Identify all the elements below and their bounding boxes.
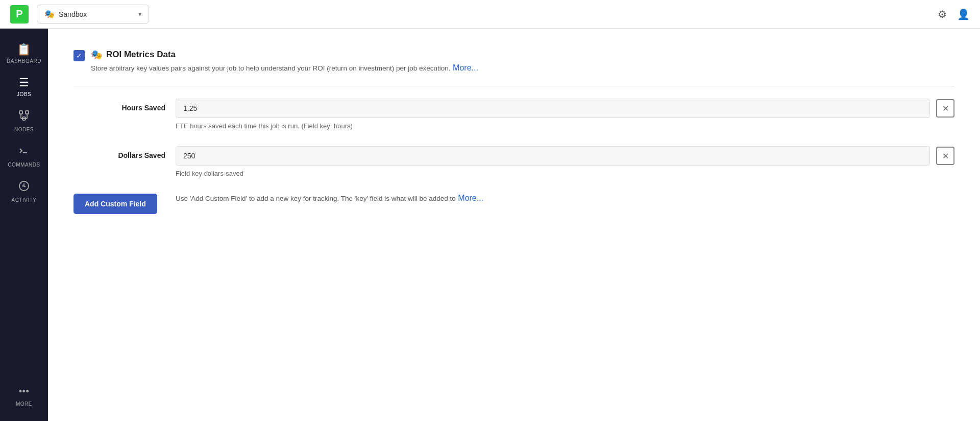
sidebar-item-commands[interactable]: COMMANDS: [0, 138, 48, 174]
sidebar-item-dashboard[interactable]: 📋 DASHBOARD: [0, 37, 48, 70]
roi-section-icon: 🎭: [91, 49, 102, 60]
divider-1: [74, 86, 954, 86]
dollars-saved-clear-button[interactable]: ✕: [936, 147, 954, 165]
settings-icon[interactable]: ⚙: [938, 8, 947, 20]
logo-text: P: [16, 8, 22, 20]
header-right: ⚙ 👤: [938, 8, 970, 20]
dollars-saved-field-row: Dollars Saved ✕ Field key dollars-saved: [74, 146, 954, 177]
roi-title: ROI Metrics Data: [106, 50, 176, 60]
add-custom-field-button[interactable]: Add Custom Field: [74, 194, 157, 214]
svg-rect-1: [26, 111, 29, 114]
dollars-saved-input-col: ✕ Field key dollars-saved: [176, 146, 954, 177]
more-dots-icon: •••: [19, 386, 29, 397]
top-header: P 🎭 Sandbox ▾ ⚙ 👤: [0, 0, 980, 29]
user-icon[interactable]: 👤: [957, 8, 970, 20]
sidebar-item-label-activity: ACTIVITY: [11, 197, 36, 203]
sidebar-item-label-nodes: NODES: [14, 127, 34, 132]
dollars-saved-label: Dollars Saved: [74, 146, 165, 159]
dollars-saved-hint: Field key dollars-saved: [176, 170, 954, 177]
sidebar-item-more[interactable]: ••• MORE: [0, 380, 48, 413]
roi-checkbox[interactable]: ✓: [74, 50, 85, 61]
svg-rect-0: [19, 111, 22, 114]
sidebar-item-label-more: MORE: [16, 401, 32, 407]
chevron-down-icon: ▾: [138, 11, 141, 18]
hours-saved-field-row: Hours Saved ✕ FTE hours saved each time …: [74, 99, 954, 130]
sidebar: 📋 DASHBOARD ☰ JOBS NODES: [0, 29, 48, 421]
activity-icon: [18, 180, 30, 195]
dollars-saved-input[interactable]: [176, 146, 930, 166]
jobs-icon: ☰: [19, 76, 30, 89]
roi-header: ✓ 🎭 ROI Metrics Data Store arbitrary key…: [74, 49, 954, 74]
header-left: P 🎭 Sandbox ▾: [10, 5, 149, 24]
sidebar-item-label-jobs: JOBS: [17, 91, 31, 97]
sidebar-item-jobs[interactable]: ☰ JOBS: [0, 70, 48, 103]
sidebar-item-label-commands: COMMANDS: [8, 162, 40, 168]
sandbox-name: Sandbox: [59, 10, 87, 18]
logo-icon: P: [10, 5, 29, 24]
add-custom-section: Add Custom Field Use 'Add Custom Field' …: [74, 194, 954, 220]
sidebar-item-label-dashboard: DASHBOARD: [7, 58, 41, 64]
nodes-icon: [18, 109, 30, 125]
hours-saved-label: Hours Saved: [74, 99, 165, 112]
add-custom-description: Use 'Add Custom Field' to add a new key …: [176, 195, 456, 202]
content-area: ✓ 🎭 ROI Metrics Data Store arbitrary key…: [48, 29, 980, 421]
hours-saved-hint: FTE hours saved each time this job is ru…: [176, 122, 954, 130]
roi-description: Store arbitrary key values pairs against…: [91, 64, 451, 72]
hours-saved-clear-button[interactable]: ✕: [936, 99, 954, 118]
commands-icon: [18, 145, 30, 160]
hours-saved-input[interactable]: [176, 99, 930, 118]
dashboard-icon: 📋: [17, 43, 31, 56]
sidebar-item-nodes[interactable]: NODES: [0, 103, 48, 138]
sandbox-selector[interactable]: 🎭 Sandbox ▾: [37, 5, 149, 24]
roi-title-block: 🎭 ROI Metrics Data Store arbitrary key v…: [91, 49, 478, 74]
sidebar-item-activity[interactable]: ACTIVITY: [0, 174, 48, 209]
roi-more-link[interactable]: More...: [453, 63, 478, 72]
roi-description-line: Store arbitrary key values pairs against…: [91, 63, 478, 74]
hours-saved-input-col: ✕ FTE hours saved each time this job is …: [176, 99, 954, 130]
add-custom-more-link[interactable]: More...: [458, 194, 483, 202]
sandbox-icon: 🎭: [44, 9, 55, 19]
add-custom-content: Use 'Add Custom Field' to add a new key …: [176, 194, 954, 204]
main-layout: 📋 DASHBOARD ☰ JOBS NODES: [0, 29, 980, 421]
